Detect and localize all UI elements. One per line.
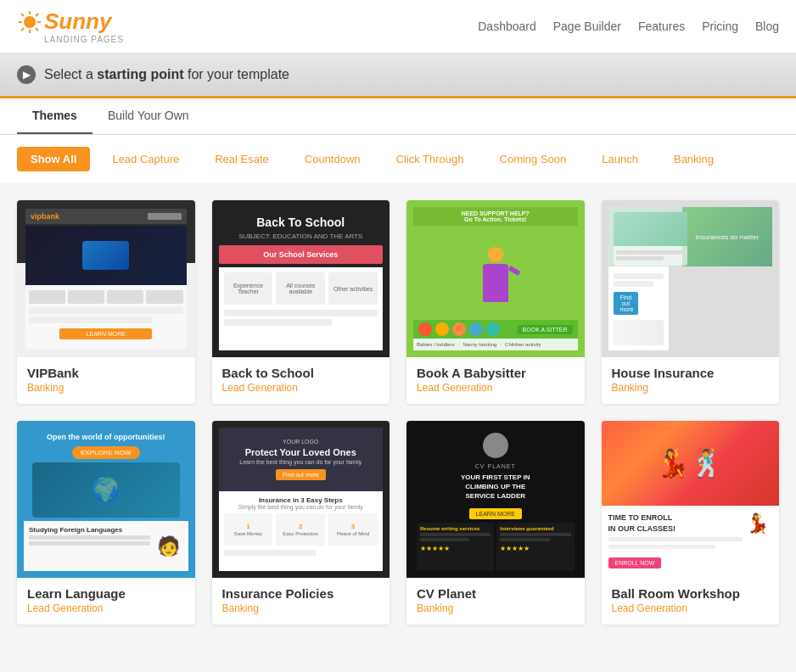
card-info-babysitter: Book A Babysitter Lead Generation	[406, 357, 585, 404]
svg-line-7	[36, 14, 38, 16]
grid-row-1: vipbank	[17, 200, 779, 404]
card-title-school: Back to School	[222, 366, 380, 380]
filter-show-all[interactable]: Show All	[17, 147, 90, 171]
card-info-insurance: House Insurance Banking	[602, 357, 780, 404]
card-thumb-babysitter: NEED SUPPORT HELP?Go To Action. Tickets!	[406, 200, 585, 357]
tab-themes[interactable]: Themes	[17, 98, 92, 134]
filter-row: Show All Lead Capture Real Esate Countdo…	[0, 135, 796, 183]
card-info-language: Learn Language Lead Generation	[17, 578, 195, 624]
filter-lead-capture[interactable]: Lead Capture	[98, 147, 193, 171]
card-tag-cv: Banking	[417, 602, 575, 614]
card-tag-ballroom: Lead Generation	[612, 602, 770, 614]
card-info-vipbank: VIPBank Banking	[17, 357, 195, 404]
card-insurance-policies[interactable]: YOUR LOGO Protect Your Loved Ones Learn …	[212, 421, 390, 624]
header: Sunny LANDING PAGES Dashboard Page Build…	[0, 0, 796, 53]
card-back-to-school[interactable]: Back To School SUBJECT: EDUCATION AND TH…	[212, 200, 390, 404]
card-thumb-cv: CV PLANET YOUR FIRST STEP INCLIMBING UP …	[406, 421, 585, 578]
nav-page-builder[interactable]: Page Builder	[553, 20, 621, 33]
nav-pricing[interactable]: Pricing	[702, 20, 738, 33]
card-tag-school: Lead Generation	[222, 382, 380, 394]
card-title-ballroom: Ball Room Workshop	[612, 586, 770, 601]
card-title-vipbank: VIPBank	[27, 366, 185, 380]
card-tag-vipbank: Banking	[27, 382, 185, 394]
card-title-babysitter: Book A Babysitter	[417, 366, 575, 380]
card-thumb-vipbank: vipbank	[17, 200, 195, 357]
card-info-school: Back to School Lead Generation	[212, 357, 390, 404]
card-title-insurance: House Insurance	[612, 366, 770, 380]
filter-banking[interactable]: Banking	[660, 147, 727, 171]
filter-real-estate[interactable]: Real Esate	[201, 147, 283, 171]
card-learn-language[interactable]: Open the world of opportunities! EXPLORE…	[17, 421, 195, 624]
filter-coming-soon[interactable]: Coming Soon	[486, 147, 580, 171]
card-thumb-language: Open the world of opportunities! EXPLORE…	[17, 421, 195, 578]
logo-subtitle: LANDING PAGES	[44, 35, 124, 44]
main-nav: Dashboard Page Builder Features Pricing …	[478, 20, 779, 33]
svg-line-6	[36, 28, 38, 31]
logo-name: Sunny	[44, 8, 111, 35]
card-tag-language: Lead Generation	[27, 602, 185, 614]
card-tag-babysitter: Lead Generation	[417, 382, 575, 394]
card-info-policies: Insurance Policies Banking	[212, 578, 390, 624]
card-ballroom[interactable]: 💃🕺 TIME TO ENROLLIN OUR CLASSES! ENROLL …	[602, 421, 780, 624]
nav-features[interactable]: Features	[638, 20, 685, 33]
card-house-insurance[interactable]: Insurances do matter F	[602, 200, 780, 404]
card-title-policies: Insurance Policies	[222, 586, 380, 601]
filter-click-through[interactable]: Click Through	[383, 147, 478, 171]
card-thumb-ballroom: 💃🕺 TIME TO ENROLLIN OUR CLASSES! ENROLL …	[602, 421, 780, 578]
grid-row-2: Open the world of opportunities! EXPLORE…	[17, 421, 779, 624]
card-babysitter[interactable]: NEED SUPPORT HELP?Go To Action. Tickets!	[406, 200, 585, 404]
banner-arrow-icon: ▶	[17, 65, 36, 84]
filter-launch[interactable]: Launch	[588, 147, 652, 171]
sun-icon	[17, 9, 42, 35]
card-title-language: Learn Language	[27, 586, 185, 601]
tabs-row: Themes Build Your Own	[0, 98, 796, 135]
logo: Sunny LANDING PAGES	[17, 8, 124, 44]
filter-countdown[interactable]: Countdown	[291, 147, 374, 171]
card-thumb-policies: YOUR LOGO Protect Your Loved Ones Learn …	[212, 421, 390, 578]
tab-build-your-own[interactable]: Build Your Own	[92, 98, 205, 134]
card-info-cv: CV Planet Banking	[406, 578, 585, 624]
card-thumb-school: Back To School SUBJECT: EDUCATION AND TH…	[212, 200, 390, 357]
card-vipbank[interactable]: vipbank	[17, 200, 195, 404]
banner-text: Select a starting point for your templat…	[44, 67, 289, 82]
card-title-cv: CV Planet	[417, 586, 575, 601]
banner: ▶ Select a starting point for your templ…	[0, 53, 796, 98]
card-tag-policies: Banking	[222, 602, 380, 614]
card-thumb-insurance: Insurances do matter F	[602, 200, 780, 357]
svg-line-5	[21, 14, 24, 16]
template-grid: vipbank	[0, 183, 796, 641]
card-info-ballroom: Ball Room Workshop Lead Generation	[602, 578, 780, 624]
card-cv-planet[interactable]: CV PLANET YOUR FIRST STEP INCLIMBING UP …	[406, 421, 585, 624]
svg-point-0	[24, 16, 36, 28]
card-tag-insurance: Banking	[612, 382, 770, 394]
svg-line-8	[21, 28, 24, 31]
nav-dashboard[interactable]: Dashboard	[478, 20, 536, 33]
nav-blog[interactable]: Blog	[755, 20, 779, 33]
